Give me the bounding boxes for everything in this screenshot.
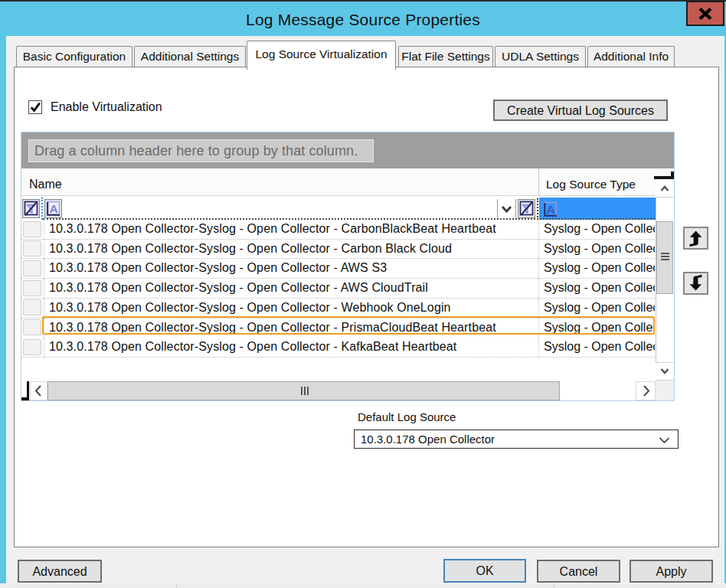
svg-text:A: A: [546, 203, 554, 216]
svg-text:A: A: [49, 202, 57, 215]
